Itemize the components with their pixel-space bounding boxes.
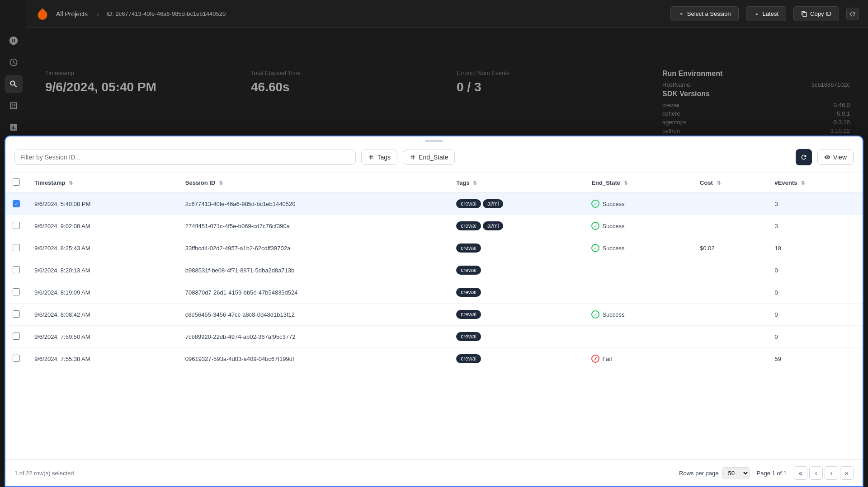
row-session-id: b988531f-be08-4f71-8971-5dba2d8a713b bbox=[178, 259, 449, 281]
rows-per-page-select[interactable]: 50 10 25 100 bbox=[722, 467, 750, 479]
success-icon: ✓ bbox=[591, 244, 599, 252]
tags-header[interactable]: Tags ⇅ bbox=[449, 173, 584, 193]
row-checkbox[interactable] bbox=[13, 288, 20, 295]
tag-pill: ai/ml bbox=[483, 199, 503, 208]
row-tags: crewai bbox=[449, 304, 584, 326]
table-row[interactable]: 9/6/2024, 8:20:13 AMb988531f-be08-4f71-8… bbox=[5, 259, 863, 281]
sdk-item: python3.10.12 bbox=[662, 127, 850, 134]
sdk-item: cohere5.9.1 bbox=[662, 110, 850, 117]
select-all-header[interactable] bbox=[5, 173, 27, 193]
first-page-button[interactable]: « bbox=[794, 466, 807, 480]
timestamp-label: Timestamp bbox=[45, 70, 233, 76]
tags-filter-button[interactable]: Tags bbox=[361, 150, 397, 165]
row-tags: crewai bbox=[449, 237, 584, 259]
sessions-table: Timestamp ⇅ Session ID ⇅ Tags ⇅ End_St bbox=[5, 173, 863, 370]
row-end-state: ✓Success bbox=[584, 215, 693, 237]
table-row[interactable]: 9/6/2024, 9:02:08 AM274ff451-071c-4f5e-b… bbox=[5, 215, 863, 237]
tag-pill: ai/ml bbox=[483, 221, 503, 230]
table-header-row: Timestamp ⇅ Session ID ⇅ Tags ⇅ End_St bbox=[5, 173, 863, 193]
table-row[interactable]: 9/6/2024, 7:59:50 AM7cb89920-22db-4974-a… bbox=[5, 326, 863, 348]
last-page-button[interactable]: » bbox=[840, 466, 854, 480]
row-tags: crewaiai/ml bbox=[449, 193, 584, 215]
row-tags: crewai bbox=[449, 326, 584, 348]
row-end-state bbox=[584, 259, 693, 281]
row-checkbox[interactable] bbox=[13, 266, 20, 273]
row-events: 3 bbox=[768, 193, 863, 215]
select-all-checkbox[interactable] bbox=[13, 178, 20, 186]
sidebar-item-table[interactable] bbox=[5, 97, 23, 115]
all-projects-label[interactable]: All Projects bbox=[56, 10, 88, 18]
success-icon: ✓ bbox=[591, 310, 599, 318]
sidebar-item-clock[interactable] bbox=[5, 53, 23, 71]
table-row[interactable]: 9/6/2024, 5:40:08 PM2c677413-40fe-46a6-9… bbox=[5, 193, 863, 215]
copy-id-button[interactable]: Copy ID bbox=[793, 6, 839, 21]
tag-pill: crewai bbox=[456, 310, 481, 319]
table-row[interactable]: 9/6/2024, 8:25:43 AM33ffbcd4-02d2-4957-a… bbox=[5, 237, 863, 259]
row-session-id: 708870d7-26d1-4159-bb5e-47b54835d524 bbox=[178, 281, 449, 304]
end-state-header[interactable]: End_State ⇅ bbox=[584, 173, 693, 193]
sidebar-item-search[interactable] bbox=[5, 75, 23, 93]
timestamp-value: 9/6/2024, 05:40 PM bbox=[45, 80, 233, 94]
session-id-display: ID: 2c677413-40fe-46a6-985d-bc1eb1440520 bbox=[106, 10, 663, 17]
success-icon: ✓ bbox=[591, 222, 599, 230]
events-sort-icon: ⇅ bbox=[801, 180, 805, 186]
tags-sort-icon: ⇅ bbox=[473, 180, 477, 186]
timestamp-header[interactable]: Timestamp ⇅ bbox=[27, 173, 178, 193]
next-page-button[interactable]: › bbox=[825, 466, 838, 480]
sdk-item: agentops0.3.10 bbox=[662, 119, 850, 126]
latest-button[interactable]: Latest bbox=[746, 6, 786, 21]
errors-label: Errors / Num Events bbox=[457, 70, 644, 76]
row-cost bbox=[693, 259, 768, 281]
hostname-label: HostName: bbox=[662, 81, 692, 88]
row-timestamp: 9/6/2024, 9:02:08 AM bbox=[27, 215, 178, 237]
tag-pill: crewai bbox=[456, 221, 481, 230]
session-modal-overlay: Tags End_State View bbox=[0, 136, 868, 487]
refresh-button[interactable] bbox=[846, 8, 859, 20]
row-session-id: 09619327-593a-4d03-a409-04bc67f199df bbox=[178, 348, 449, 370]
pagination-controls: « ‹ › » bbox=[794, 466, 854, 480]
modal-refresh-button[interactable] bbox=[796, 149, 812, 165]
session-filter-input[interactable] bbox=[14, 150, 356, 165]
row-session-id: c6e56455-3456-47cc-a8c8-0d48d1b13f12 bbox=[178, 304, 449, 326]
row-events: 59 bbox=[768, 348, 863, 370]
sidebar-item-logo[interactable] bbox=[5, 32, 23, 50]
elapsed-label: Total Elapsed Time bbox=[251, 70, 439, 76]
row-timestamp: 9/6/2024, 8:19:09 AM bbox=[27, 281, 178, 304]
success-icon: ✓ bbox=[591, 200, 599, 208]
row-checkbox[interactable] bbox=[13, 355, 20, 362]
row-events: 0 bbox=[768, 259, 863, 281]
page-info: Page 1 of 1 bbox=[757, 470, 787, 477]
row-timestamp: 9/6/2024, 8:08:42 AM bbox=[27, 304, 178, 326]
row-session-id: 33ffbcd4-02d2-4957-a1b2-62cdff39702a bbox=[178, 237, 449, 259]
tag-pill: crewai bbox=[456, 332, 481, 341]
cost-header[interactable]: Cost ⇅ bbox=[693, 173, 768, 193]
row-tags: crewai bbox=[449, 259, 584, 281]
row-checkbox[interactable] bbox=[13, 332, 20, 340]
events-header[interactable]: #Events ⇅ bbox=[768, 173, 863, 193]
end-state-filter-button[interactable]: End_State bbox=[403, 150, 455, 165]
row-session-id: 274ff451-071c-4f5e-b069-cd7c76cf390a bbox=[178, 215, 449, 237]
elapsed-value: 46.60s bbox=[251, 80, 439, 94]
row-checkbox[interactable] bbox=[13, 310, 20, 318]
row-timestamp: 9/6/2024, 7:59:50 AM bbox=[27, 326, 178, 348]
errors-value: 0 / 3 bbox=[457, 80, 644, 94]
row-cost bbox=[693, 348, 768, 370]
row-session-id: 2c677413-40fe-46a6-985d-bc1eb1440520 bbox=[178, 193, 449, 215]
row-checkbox[interactable] bbox=[13, 244, 20, 251]
table-row[interactable]: 9/6/2024, 8:08:42 AMc6e56455-3456-47cc-a… bbox=[5, 304, 863, 326]
row-tags: crewaiai/ml bbox=[449, 215, 584, 237]
rows-per-page-control: Rows per page 50 10 25 100 bbox=[679, 467, 749, 479]
table-row[interactable]: 9/6/2024, 8:19:09 AM708870d7-26d1-4159-b… bbox=[5, 281, 863, 304]
row-tags: crewai bbox=[449, 348, 584, 370]
view-button[interactable]: View bbox=[817, 150, 854, 165]
row-checkbox[interactable] bbox=[13, 200, 20, 207]
row-checkbox[interactable] bbox=[13, 222, 20, 229]
sidebar-item-analytics[interactable] bbox=[5, 118, 23, 136]
session-id-header[interactable]: Session ID ⇅ bbox=[178, 173, 449, 193]
table-row[interactable]: 9/6/2024, 7:55:38 AM09619327-593a-4d03-a… bbox=[5, 348, 863, 370]
row-cost: $0.02 bbox=[693, 237, 768, 259]
select-session-button[interactable]: Select a Session bbox=[670, 6, 739, 21]
prev-page-button[interactable]: ‹ bbox=[809, 466, 823, 480]
row-timestamp: 9/6/2024, 5:40:08 PM bbox=[27, 193, 178, 215]
hostname-value: 3cb168b7102c bbox=[811, 81, 850, 88]
